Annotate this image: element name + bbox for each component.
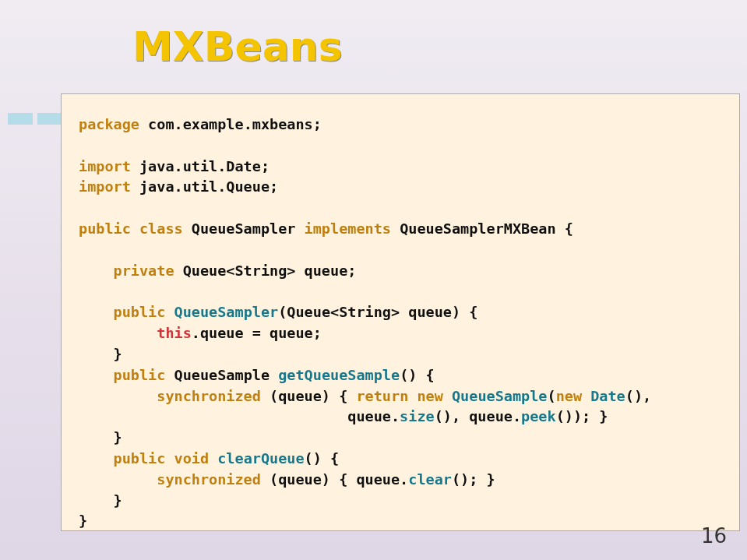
keyword-new: new — [556, 388, 591, 404]
method-name: clearQueue — [217, 450, 304, 467]
keyword-import: import — [79, 158, 139, 174]
method-name: clear — [408, 471, 452, 488]
method-name: size — [400, 408, 435, 424]
code-text: .queue = queue; — [192, 325, 322, 341]
keyword-package: package — [79, 116, 148, 132]
code-text: queue. — [79, 408, 400, 424]
method-name: QueueSample — [452, 388, 548, 404]
decorative-bars — [0, 0, 62, 560]
keyword-public: public — [79, 304, 174, 320]
code-text: () { — [305, 450, 340, 467]
keyword-synchronized: synchronized — [79, 388, 270, 404]
keyword-public-void: public void — [79, 450, 217, 467]
code-text: } — [79, 429, 122, 446]
slide-title: MXBeans — [132, 23, 343, 70]
code-text: (), queue. — [435, 408, 521, 424]
code-text: com.example.mxbeans; — [148, 116, 322, 132]
code-text: QueueSamplerMXBean { — [400, 220, 573, 237]
code-text: QueueSampler — [192, 220, 305, 237]
code-text: ( — [548, 388, 556, 404]
method-name: getQueueSample — [278, 367, 400, 383]
code-text: Queue<String> queue; — [183, 262, 357, 279]
page-number: 16 — [701, 524, 727, 548]
code-content-box: package com.example.mxbeans; import java… — [61, 93, 740, 531]
method-name: Date — [590, 388, 625, 404]
code-text: java.util.Date; — [139, 158, 270, 174]
method-name: peek — [521, 408, 556, 424]
code-text: } — [79, 512, 87, 529]
keyword-synchronized: synchronized — [79, 471, 270, 488]
keyword-import: import — [79, 178, 139, 195]
code-text: java.util.Queue; — [139, 178, 278, 195]
code-text: } — [79, 492, 122, 509]
keyword-implements: implements — [305, 220, 400, 237]
code-text: (queue) { — [270, 388, 356, 404]
keyword-private: private — [79, 262, 183, 279]
keyword-public: public — [79, 367, 174, 383]
keyword-this: this — [79, 325, 192, 341]
code-text: QueueSample — [174, 367, 279, 383]
code-text: } — [79, 346, 122, 362]
method-name: QueueSampler — [174, 304, 279, 320]
code-text: ()); } — [556, 408, 608, 424]
keyword-public-class: public class — [79, 220, 192, 237]
code-text: (queue) { queue. — [270, 471, 408, 488]
code-text: (Queue<String> queue) { — [278, 304, 477, 320]
code-block: package com.example.mxbeans; import java… — [79, 114, 651, 532]
code-text: (), — [625, 388, 651, 404]
code-text: (); } — [452, 471, 495, 488]
code-text: () { — [400, 367, 435, 383]
keyword-return-new: return new — [356, 388, 452, 404]
